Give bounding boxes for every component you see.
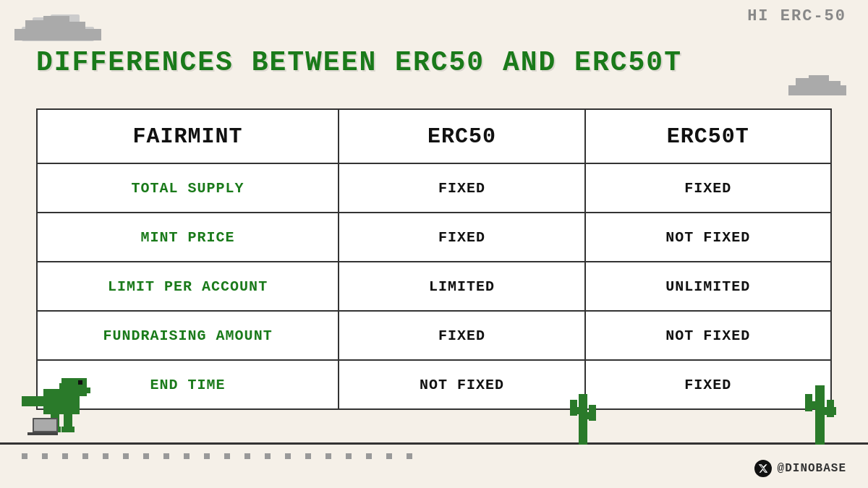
svg-rect-28 — [570, 400, 577, 416]
row-label-mint-price: MINT PRICE — [37, 213, 339, 262]
table-row: LIMIT PER ACCOUNT LIMITED UNLIMITED — [37, 262, 831, 311]
ground-line — [0, 442, 868, 445]
svg-rect-17 — [22, 399, 30, 405]
row-erc50t-total-supply: FIXED — [585, 163, 831, 213]
row-erc50-end-time: NOT FIXED — [339, 360, 584, 409]
column-header-fairmint: FAIRMINT — [37, 109, 339, 163]
svg-rect-22 — [67, 396, 77, 402]
row-label-limit-per-account: LIMIT PER ACCOUNT — [37, 262, 339, 311]
row-erc50t-end-time: FIXED — [585, 360, 831, 409]
cactus-right-icon — [799, 380, 839, 445]
row-erc50-limit-per-account: LIMITED — [339, 262, 584, 311]
column-header-erc50t: ERC50T — [585, 109, 831, 163]
ground-decoration — [0, 453, 868, 459]
svg-rect-13 — [80, 388, 90, 393]
twitter-icon — [754, 460, 772, 477]
svg-rect-10 — [825, 81, 841, 90]
cloud-top-left-icon — [14, 9, 101, 45]
svg-rect-33 — [805, 394, 812, 411]
svg-rect-25 — [27, 432, 58, 435]
table-row: MINT PRICE FIXED NOT FIXED — [37, 213, 831, 262]
svg-rect-24 — [34, 419, 56, 431]
row-label-total-supply: TOTAL SUPPLY — [37, 163, 339, 213]
svg-rect-35 — [827, 400, 834, 417]
svg-rect-6 — [65, 22, 85, 33]
twitter-badge: @DINOBASE — [754, 460, 846, 477]
comparison-table: FAIRMINT ERC50 ERC50T TOTAL SUPPLY FIXED… — [36, 108, 832, 416]
cactus-mid-icon — [564, 387, 600, 445]
hi-erc50-label: HI ERC-50 — [747, 7, 846, 25]
column-header-erc50: ERC50 — [339, 109, 584, 163]
svg-rect-15 — [59, 383, 68, 398]
row-erc50t-fundraising-amount: NOT FIXED — [585, 311, 831, 360]
row-erc50t-mint-price: NOT FIXED — [585, 213, 831, 262]
table-row: FUNDRAISING AMOUNT FIXED NOT FIXED — [37, 311, 831, 360]
row-erc50t-limit-per-account: UNLIMITED — [585, 262, 831, 311]
row-erc50-mint-price: FIXED — [339, 213, 584, 262]
dino-icon — [22, 374, 109, 443]
svg-rect-14 — [78, 380, 82, 385]
svg-rect-31 — [815, 385, 825, 445]
row-erc50-total-supply: FIXED — [339, 163, 584, 213]
page-title: DIFFERENCES BETWEEN ERC50 AND ERC50T — [36, 47, 832, 78]
svg-rect-21 — [61, 427, 75, 432]
row-erc50-fundraising-amount: FIXED — [339, 311, 584, 360]
table-row: END TIME NOT FIXED FIXED — [37, 360, 831, 409]
twitter-handle-text: @DINOBASE — [778, 462, 846, 475]
svg-rect-30 — [589, 405, 596, 421]
table-row: TOTAL SUPPLY FIXED FIXED — [37, 163, 831, 213]
row-label-fundraising-amount: FUNDRAISING AMOUNT — [37, 311, 339, 360]
